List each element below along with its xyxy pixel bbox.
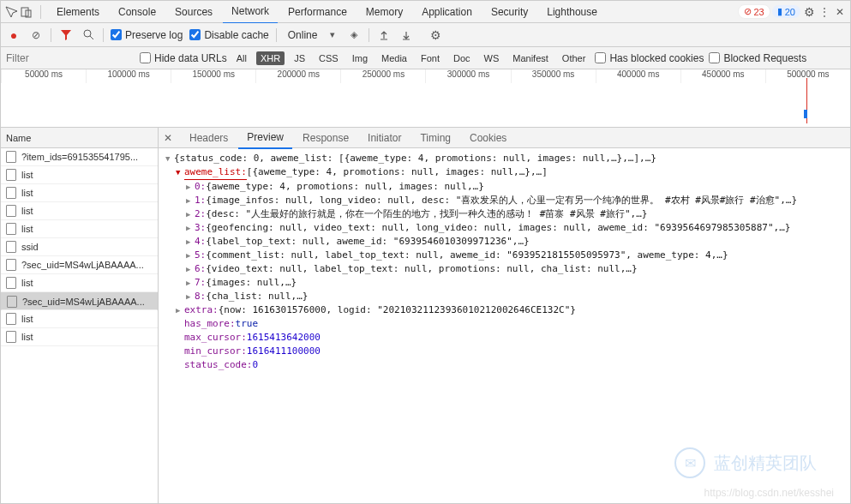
svg-rect-0: [21, 8, 28, 16]
download-icon[interactable]: [399, 27, 414, 43]
timeline-tick: 50000 ms: [1, 69, 86, 83]
device-icon[interactable]: [20, 5, 33, 19]
type-media[interactable]: Media: [377, 51, 411, 65]
request-row[interactable]: ssid: [1, 238, 158, 256]
request-name: list: [21, 188, 33, 198]
tab-network[interactable]: Network: [223, 0, 278, 24]
blocked-cookies-checkbox[interactable]: Has blocked cookies: [595, 52, 704, 64]
timeline-tick: 250000 ms: [340, 69, 425, 83]
request-row[interactable]: ?item_ids=691535541795...: [1, 148, 158, 166]
devtools-tab-bar: Elements Console Sources Network Perform…: [1, 1, 850, 23]
search-icon[interactable]: [81, 27, 96, 43]
detail-tab-headers[interactable]: Headers: [181, 128, 237, 148]
type-doc[interactable]: Doc: [449, 51, 475, 65]
type-xhr[interactable]: XHR: [256, 51, 285, 65]
expand-icon[interactable]: [176, 303, 184, 317]
inspect-icon[interactable]: [4, 5, 18, 19]
json-index: 2:: [195, 207, 206, 221]
blocked-requests-checkbox[interactable]: Blocked Requests: [709, 52, 806, 64]
expand-icon[interactable]: [176, 165, 184, 179]
json-val: {cha_list: null,…}: [206, 290, 308, 303]
tab-sources[interactable]: Sources: [166, 1, 221, 23]
response-preview[interactable]: {status_code: 0, aweme_list: [{aweme_typ…: [159, 148, 850, 503]
network-settings-icon[interactable]: ⚙: [428, 27, 443, 43]
detail-tab-response[interactable]: Response: [294, 128, 357, 148]
expand-icon[interactable]: [186, 276, 195, 290]
column-header-name[interactable]: Name: [1, 128, 158, 148]
json-val: {video_text: null, label_top_text: null,…: [206, 262, 637, 276]
json-index: 1:: [195, 194, 206, 207]
type-ws[interactable]: WS: [480, 51, 504, 65]
expand-icon[interactable]: [186, 207, 195, 221]
detail-tab-initiator[interactable]: Initiator: [359, 128, 410, 148]
clear-icon[interactable]: ⊘: [28, 27, 44, 43]
request-row[interactable]: list: [1, 220, 158, 238]
expand-icon[interactable]: [186, 235, 195, 249]
warning-badge[interactable]: ▮ 20: [772, 5, 800, 18]
tab-console[interactable]: Console: [110, 1, 165, 23]
settings-icon[interactable]: ⚙: [802, 5, 816, 19]
detail-tab-timing[interactable]: Timing: [411, 128, 459, 148]
tab-application[interactable]: Application: [413, 1, 481, 23]
type-font[interactable]: Font: [417, 51, 444, 65]
svg-line-3: [90, 36, 93, 39]
request-row[interactable]: list: [1, 274, 158, 292]
tab-security[interactable]: Security: [482, 1, 536, 23]
error-badge[interactable]: ⊘ 23: [738, 4, 770, 19]
request-row[interactable]: ?sec_uid=MS4wLjABAAAA...: [1, 256, 158, 274]
timeline-tick: 400000 ms: [596, 69, 680, 83]
expand-icon[interactable]: [186, 221, 195, 235]
request-name: ?item_ids=691535541795...: [21, 152, 138, 162]
filter-input[interactable]: [6, 52, 135, 64]
wifi-icon[interactable]: ◈: [346, 27, 362, 43]
request-row[interactable]: list: [1, 166, 158, 184]
request-list-pane: Name ?item_ids=691535541795...listlistli…: [1, 128, 159, 503]
request-row[interactable]: list: [1, 310, 158, 328]
type-manifest[interactable]: Manifest: [508, 51, 553, 65]
throttle-value: Online: [288, 29, 318, 41]
expand-icon[interactable]: [186, 180, 195, 194]
expand-icon[interactable]: [186, 249, 195, 262]
type-all[interactable]: All: [232, 51, 251, 65]
preserve-log-checkbox[interactable]: Preserve log: [111, 29, 183, 41]
more-icon[interactable]: ⋮: [818, 5, 831, 19]
throttle-select[interactable]: Online ▾: [284, 27, 339, 44]
disable-cache-label: Disable cache: [204, 29, 268, 41]
tab-performance[interactable]: Performance: [279, 1, 356, 23]
expand-icon[interactable]: [186, 262, 195, 276]
type-js[interactable]: JS: [290, 51, 309, 65]
disable-cache-checkbox[interactable]: Disable cache: [189, 29, 268, 41]
request-row[interactable]: list: [1, 202, 158, 220]
expand-icon[interactable]: [186, 290, 195, 303]
chevron-down-icon: ▾: [330, 29, 335, 40]
type-css[interactable]: CSS: [315, 51, 343, 65]
filter-icon[interactable]: [58, 27, 74, 43]
json-index: 7:: [195, 276, 206, 290]
upload-icon[interactable]: [376, 27, 392, 43]
timeline-overview[interactable]: 50000 ms 100000 ms 150000 ms 200000 ms 2…: [1, 69, 850, 128]
tab-elements[interactable]: Elements: [48, 1, 108, 23]
close-devtools-icon[interactable]: ✕: [833, 5, 847, 19]
file-icon: [6, 205, 16, 217]
tab-lighthouse[interactable]: Lighthouse: [538, 1, 606, 23]
type-img[interactable]: Img: [348, 51, 372, 65]
request-row[interactable]: list: [1, 184, 158, 202]
close-detail-icon[interactable]: ✕: [164, 132, 179, 144]
type-other[interactable]: Other: [558, 51, 590, 65]
detail-tab-preview[interactable]: Preview: [238, 128, 292, 149]
expand-icon[interactable]: [186, 194, 195, 207]
json-val: {desc: "人生最好的旅行就是，你在一个陌生的地方，找到一种久违的感动！ #…: [206, 207, 647, 221]
file-icon: [6, 259, 16, 271]
record-icon[interactable]: ●: [6, 27, 21, 43]
request-row[interactable]: list: [1, 328, 158, 346]
hide-data-urls-checkbox[interactable]: Hide data URLs: [140, 52, 227, 64]
expand-icon[interactable]: [165, 152, 174, 165]
request-name: list: [21, 278, 33, 288]
file-icon: [6, 223, 16, 235]
detail-tab-cookies[interactable]: Cookies: [461, 128, 515, 148]
json-index: 8:: [195, 290, 206, 303]
request-row[interactable]: ?sec_uid=MS4wLjABAAAA...: [1, 292, 158, 310]
tab-memory[interactable]: Memory: [357, 1, 411, 23]
json-key: min_cursor:: [184, 345, 247, 358]
json-val: {label_top_text: null, aweme_id: "693954…: [206, 235, 530, 249]
